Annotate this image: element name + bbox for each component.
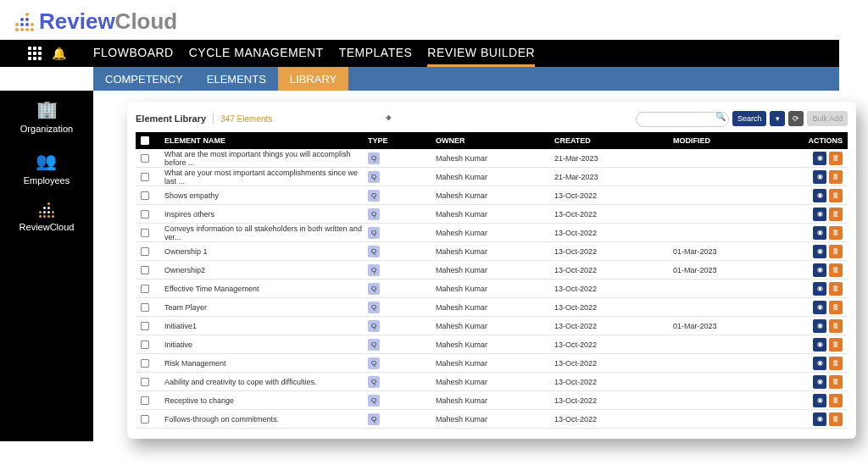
table-row[interactable]: InitiativeQMahesh Kumar13-Oct-2022◉🗑 xyxy=(136,335,848,354)
sidebar-item-employees[interactable]: 👥 Employees xyxy=(24,151,70,185)
table-row[interactable]: What are the most important things you w… xyxy=(136,149,848,168)
delete-button[interactable]: 🗑 xyxy=(829,208,843,221)
table-row[interactable]: Initiative1QMahesh Kumar13-Oct-202201-Ma… xyxy=(136,317,848,335)
row-checkbox[interactable] xyxy=(141,396,149,405)
trash-icon: 🗑 xyxy=(832,396,839,404)
delete-button[interactable]: 🗑 xyxy=(829,338,843,352)
table-row[interactable]: What are your most important accomplishm… xyxy=(136,168,848,186)
view-button[interactable]: ◉ xyxy=(813,412,826,426)
nav-flowboard[interactable]: FLOWBOARD xyxy=(93,41,174,67)
table-row[interactable]: Team PlayerQMahesh Kumar13-Oct-2022◉🗑 xyxy=(136,298,848,317)
row-checkbox[interactable] xyxy=(141,322,149,330)
row-checkbox[interactable] xyxy=(141,191,149,200)
cell-owner: Mahesh Kumar xyxy=(436,266,554,274)
row-checkbox[interactable] xyxy=(141,359,149,368)
delete-button[interactable]: 🗑 xyxy=(829,245,843,258)
cell-type: Q xyxy=(368,190,436,202)
delete-button[interactable]: 🗑 xyxy=(829,152,843,165)
sidebar-item-reviewcloud[interactable]: ReviewCloud xyxy=(19,202,75,232)
nav-templates[interactable]: TEMPLATES xyxy=(339,41,413,67)
col-name[interactable]: ELEMENT NAME xyxy=(164,136,368,145)
filter-button[interactable]: ▾ xyxy=(770,111,785,126)
delete-button[interactable]: 🗑 xyxy=(829,412,843,426)
table-row[interactable]: Ownership 1QMahesh Kumar13-Oct-202201-Ma… xyxy=(136,242,848,261)
panel-title: Element Library xyxy=(136,113,206,124)
row-checkbox[interactable] xyxy=(141,229,149,237)
delete-button[interactable]: 🗑 xyxy=(829,375,843,389)
view-button[interactable]: ◉ xyxy=(813,245,826,258)
cell-name: Inspires others xyxy=(164,210,368,219)
view-button[interactable]: ◉ xyxy=(813,375,826,389)
view-button[interactable]: ◉ xyxy=(813,170,826,184)
panel-tools: 🔍 Search ▾ ⟳ Bulk Add xyxy=(636,110,848,127)
table-row[interactable]: Inspires othersQMahesh Kumar13-Oct-2022◉… xyxy=(136,205,848,224)
nav-review-builder[interactable]: REVIEW BUILDER xyxy=(427,41,535,67)
cell-name: Shows empathy xyxy=(164,191,368,200)
row-checkbox[interactable] xyxy=(141,303,149,312)
row-checkbox[interactable] xyxy=(141,266,149,274)
view-button[interactable]: ◉ xyxy=(813,338,826,352)
row-checkbox[interactable] xyxy=(141,285,149,293)
col-type[interactable]: TYPE xyxy=(368,136,436,145)
row-checkbox[interactable] xyxy=(141,378,149,386)
delete-button[interactable]: 🗑 xyxy=(829,189,843,202)
cell-name: Initiative1 xyxy=(164,322,368,330)
view-button[interactable]: ◉ xyxy=(813,263,826,277)
panel-title-wrap: Element Library 347 Elements xyxy=(136,113,272,124)
bell-icon[interactable]: 🔔 xyxy=(52,47,66,60)
table-row[interactable]: Risk ManagementQMahesh Kumar13-Oct-2022◉… xyxy=(136,354,848,373)
table-row[interactable]: Effective Time ManagementQMahesh Kumar13… xyxy=(136,280,848,298)
table-row[interactable]: Follows-through on commitments.QMahesh K… xyxy=(136,410,848,429)
table-row[interactable]: Ownership2QMahesh Kumar13-Oct-202201-Mar… xyxy=(136,261,848,280)
col-modified[interactable]: MODIFIED xyxy=(673,136,792,145)
cell-name: Conveys information to all stakeholders … xyxy=(164,224,368,241)
cell-owner: Mahesh Kumar xyxy=(436,285,554,293)
view-button[interactable]: ◉ xyxy=(813,226,826,240)
col-owner[interactable]: OWNER xyxy=(436,136,554,145)
refresh-button[interactable]: ⟳ xyxy=(788,111,804,126)
delete-button[interactable]: 🗑 xyxy=(829,282,843,296)
subnav-elements[interactable]: ELEMENTS xyxy=(195,67,278,91)
delete-button[interactable]: 🗑 xyxy=(829,394,843,407)
cell-created: 13-Oct-2022 xyxy=(554,303,673,312)
col-created[interactable]: CREATED xyxy=(554,136,673,145)
view-button[interactable]: ◉ xyxy=(813,208,826,221)
search-button[interactable]: Search xyxy=(732,111,767,126)
delete-button[interactable]: 🗑 xyxy=(829,301,843,314)
sidebar-item-organization[interactable]: 🏢 Organization xyxy=(20,99,73,134)
subnav-competency[interactable]: COMPETENCY xyxy=(93,67,195,91)
row-checkbox[interactable] xyxy=(141,340,149,349)
table-row[interactable]: Conveys information to all stakeholders … xyxy=(136,224,848,242)
view-button[interactable]: ◉ xyxy=(813,301,826,314)
delete-button[interactable]: 🗑 xyxy=(829,319,843,333)
apps-icon[interactable] xyxy=(28,47,42,60)
row-checkbox[interactable] xyxy=(141,247,149,256)
table-row[interactable]: Aability and creativity to cope with dif… xyxy=(136,373,848,391)
view-button[interactable]: ◉ xyxy=(813,319,826,333)
cell-owner: Mahesh Kumar xyxy=(436,396,554,405)
row-checkbox[interactable] xyxy=(141,173,149,181)
view-button[interactable]: ◉ xyxy=(813,189,826,202)
row-checkbox[interactable] xyxy=(141,210,149,219)
delete-button[interactable]: 🗑 xyxy=(829,170,843,184)
cell-created: 13-Oct-2022 xyxy=(554,247,673,256)
delete-button[interactable]: 🗑 xyxy=(829,263,843,277)
subnav-library[interactable]: LIBRARY xyxy=(278,67,348,91)
trash-icon: 🗑 xyxy=(832,229,839,236)
delete-button[interactable]: 🗑 xyxy=(829,357,843,370)
cell-name: Follows-through on commitments. xyxy=(164,415,368,423)
table-row[interactable]: Shows empathyQMahesh Kumar13-Oct-2022◉🗑 xyxy=(136,186,848,205)
view-button[interactable]: ◉ xyxy=(813,282,826,296)
row-checkbox[interactable] xyxy=(141,415,149,423)
eye-icon: ◉ xyxy=(817,359,823,367)
row-checkbox[interactable] xyxy=(141,154,149,163)
delete-button[interactable]: 🗑 xyxy=(829,226,843,240)
bulk-add-button[interactable]: Bulk Add xyxy=(807,111,848,126)
table-row[interactable]: Receptive to changeQMahesh Kumar13-Oct-2… xyxy=(136,391,848,410)
view-button[interactable]: ◉ xyxy=(813,152,826,165)
cell-type: Q xyxy=(368,152,436,164)
view-button[interactable]: ◉ xyxy=(813,357,826,370)
select-all-checkbox[interactable] xyxy=(141,136,149,145)
view-button[interactable]: ◉ xyxy=(813,394,826,407)
nav-cycle-management[interactable]: CYCLE MANAGEMENT xyxy=(189,41,324,67)
